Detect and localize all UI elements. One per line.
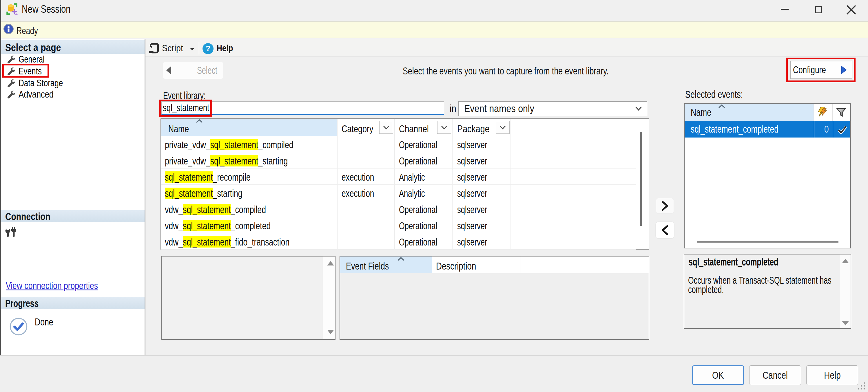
svg-text:?: ?	[206, 44, 211, 53]
